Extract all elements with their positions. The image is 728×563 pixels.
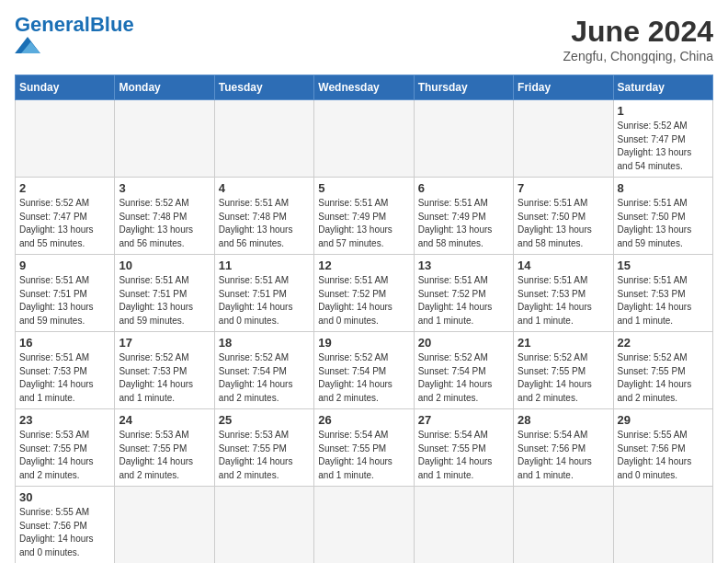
day-cell: 2Sunrise: 5:52 AMSunset: 7:47 PMDaylight… (16, 178, 115, 255)
logo-blue: Blue (90, 13, 134, 36)
day-info: Sunrise: 5:51 AMSunset: 7:53 PMDaylight:… (618, 274, 709, 327)
day-number: 4 (219, 181, 310, 195)
day-cell: 5Sunrise: 5:51 AMSunset: 7:49 PMDaylight… (314, 178, 414, 255)
header-row: SundayMondayTuesdayWednesdayThursdayFrid… (16, 75, 713, 100)
day-cell (214, 100, 313, 178)
day-number: 1 (618, 104, 709, 118)
day-info: Sunrise: 5:53 AMSunset: 7:55 PMDaylight:… (219, 429, 310, 482)
day-info: Sunrise: 5:54 AMSunset: 7:55 PMDaylight:… (418, 429, 509, 482)
day-number: 9 (19, 259, 110, 272)
day-number: 3 (119, 181, 210, 195)
day-info: Sunrise: 5:53 AMSunset: 7:55 PMDaylight:… (19, 429, 110, 482)
day-number: 22 (618, 336, 709, 350)
logo-text: GeneralBlue (15, 15, 134, 35)
day-info: Sunrise: 5:53 AMSunset: 7:55 PMDaylight:… (119, 429, 210, 482)
day-cell (514, 487, 613, 564)
day-cell: 9Sunrise: 5:51 AMSunset: 7:51 PMDaylight… (16, 255, 115, 332)
day-cell: 23Sunrise: 5:53 AMSunset: 7:55 PMDayligh… (16, 409, 115, 487)
day-cell (514, 100, 613, 178)
header-cell-friday: Friday (514, 75, 613, 100)
day-cell (314, 100, 414, 178)
day-cell (613, 487, 712, 564)
day-info: Sunrise: 5:51 AMSunset: 7:50 PMDaylight:… (518, 197, 609, 250)
header-cell-saturday: Saturday (613, 75, 712, 100)
day-number: 18 (219, 336, 310, 350)
header-cell-sunday: Sunday (16, 75, 115, 100)
day-info: Sunrise: 5:51 AMSunset: 7:49 PMDaylight:… (318, 197, 409, 250)
day-number: 11 (219, 259, 310, 272)
day-cell: 12Sunrise: 5:51 AMSunset: 7:52 PMDayligh… (314, 255, 414, 332)
day-info: Sunrise: 5:52 AMSunset: 7:54 PMDaylight:… (418, 351, 509, 405)
header-cell-thursday: Thursday (414, 75, 513, 100)
day-info: Sunrise: 5:51 AMSunset: 7:51 PMDaylight:… (219, 274, 310, 327)
logo: GeneralBlue (15, 15, 134, 53)
day-info: Sunrise: 5:54 AMSunset: 7:56 PMDaylight:… (518, 429, 609, 482)
month-title: June 2024 (563, 15, 713, 49)
day-cell: 30Sunrise: 5:55 AMSunset: 7:56 PMDayligh… (16, 487, 115, 564)
day-info: Sunrise: 5:55 AMSunset: 7:56 PMDaylight:… (19, 506, 110, 559)
day-cell: 10Sunrise: 5:51 AMSunset: 7:51 PMDayligh… (115, 255, 214, 332)
week-row-6: 30Sunrise: 5:55 AMSunset: 7:56 PMDayligh… (16, 487, 713, 564)
day-number: 26 (318, 413, 409, 427)
day-info: Sunrise: 5:51 AMSunset: 7:52 PMDaylight:… (418, 274, 509, 327)
day-number: 15 (618, 259, 709, 272)
day-number: 17 (119, 336, 210, 350)
day-cell: 20Sunrise: 5:52 AMSunset: 7:54 PMDayligh… (414, 332, 513, 409)
day-number: 21 (518, 336, 609, 350)
day-info: Sunrise: 5:52 AMSunset: 7:55 PMDaylight:… (618, 351, 709, 405)
day-cell: 18Sunrise: 5:52 AMSunset: 7:54 PMDayligh… (214, 332, 313, 409)
day-number: 16 (19, 336, 110, 350)
day-info: Sunrise: 5:51 AMSunset: 7:51 PMDaylight:… (119, 274, 210, 327)
week-row-5: 23Sunrise: 5:53 AMSunset: 7:55 PMDayligh… (16, 409, 713, 487)
day-cell (314, 487, 414, 564)
day-cell: 4Sunrise: 5:51 AMSunset: 7:48 PMDaylight… (214, 178, 313, 255)
day-number: 12 (318, 259, 409, 272)
day-info: Sunrise: 5:54 AMSunset: 7:55 PMDaylight:… (318, 429, 409, 482)
day-number: 10 (119, 259, 210, 272)
day-cell: 21Sunrise: 5:52 AMSunset: 7:55 PMDayligh… (514, 332, 613, 409)
week-row-3: 9Sunrise: 5:51 AMSunset: 7:51 PMDaylight… (16, 255, 713, 332)
day-info: Sunrise: 5:52 AMSunset: 7:55 PMDaylight:… (518, 351, 609, 405)
day-info: Sunrise: 5:52 AMSunset: 7:47 PMDaylight:… (19, 197, 110, 250)
day-cell: 7Sunrise: 5:51 AMSunset: 7:50 PMDaylight… (514, 178, 613, 255)
day-number: 30 (19, 490, 110, 504)
logo-general: General (15, 13, 90, 36)
day-number: 14 (518, 259, 609, 272)
day-cell (214, 487, 313, 564)
day-cell: 26Sunrise: 5:54 AMSunset: 7:55 PMDayligh… (314, 409, 414, 487)
day-cell: 28Sunrise: 5:54 AMSunset: 7:56 PMDayligh… (514, 409, 613, 487)
day-info: Sunrise: 5:52 AMSunset: 7:47 PMDaylight:… (618, 120, 709, 173)
day-info: Sunrise: 5:52 AMSunset: 7:53 PMDaylight:… (119, 351, 210, 405)
day-number: 23 (19, 413, 110, 427)
header-cell-tuesday: Tuesday (214, 75, 313, 100)
calendar-header: SundayMondayTuesdayWednesdayThursdayFrid… (16, 75, 713, 100)
day-cell: 6Sunrise: 5:51 AMSunset: 7:49 PMDaylight… (414, 178, 513, 255)
day-cell: 29Sunrise: 5:55 AMSunset: 7:56 PMDayligh… (613, 409, 712, 487)
day-cell: 15Sunrise: 5:51 AMSunset: 7:53 PMDayligh… (613, 255, 712, 332)
day-info: Sunrise: 5:51 AMSunset: 7:50 PMDaylight:… (618, 197, 709, 250)
day-cell (414, 487, 513, 564)
day-number: 28 (518, 413, 609, 427)
day-cell (414, 100, 513, 178)
day-info: Sunrise: 5:51 AMSunset: 7:53 PMDaylight:… (518, 274, 609, 327)
day-info: Sunrise: 5:51 AMSunset: 7:53 PMDaylight:… (19, 351, 110, 405)
calendar-table: SundayMondayTuesdayWednesdayThursdayFrid… (15, 75, 713, 563)
day-cell: 3Sunrise: 5:52 AMSunset: 7:48 PMDaylight… (115, 178, 214, 255)
page-header: GeneralBlue June 2024 Zengfu, Chongqing,… (15, 15, 713, 63)
day-cell: 27Sunrise: 5:54 AMSunset: 7:55 PMDayligh… (414, 409, 513, 487)
day-number: 19 (318, 336, 409, 350)
day-number: 7 (518, 181, 609, 195)
day-number: 24 (119, 413, 210, 427)
day-info: Sunrise: 5:52 AMSunset: 7:54 PMDaylight:… (318, 351, 409, 405)
day-number: 25 (219, 413, 310, 427)
day-number: 29 (618, 413, 709, 427)
day-info: Sunrise: 5:51 AMSunset: 7:49 PMDaylight:… (418, 197, 509, 250)
day-number: 5 (318, 181, 409, 195)
day-number: 13 (418, 259, 509, 272)
day-cell (16, 100, 115, 178)
day-info: Sunrise: 5:55 AMSunset: 7:56 PMDaylight:… (618, 429, 709, 482)
day-info: Sunrise: 5:52 AMSunset: 7:48 PMDaylight:… (119, 197, 210, 250)
day-number: 2 (19, 181, 110, 195)
day-cell: 25Sunrise: 5:53 AMSunset: 7:55 PMDayligh… (214, 409, 313, 487)
day-cell (115, 487, 214, 564)
